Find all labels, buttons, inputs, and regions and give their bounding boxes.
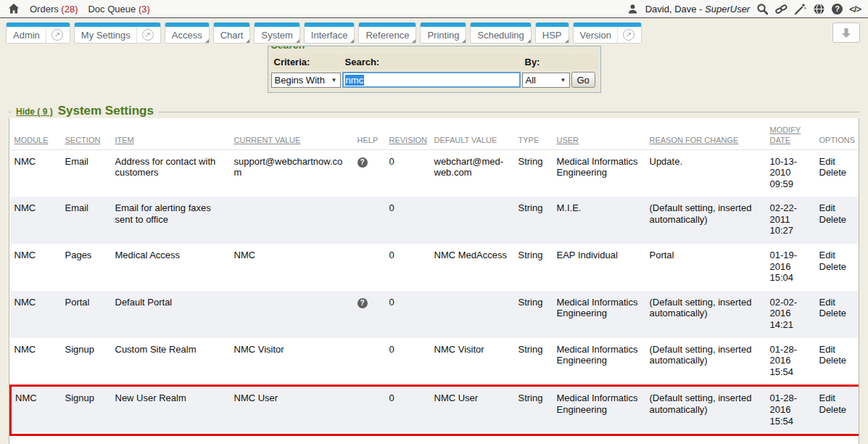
dropdown-corner-icon [462, 39, 466, 43]
link-icon[interactable] [775, 3, 788, 15]
table-row: NMC Email Address for contact with custo… [11, 149, 860, 197]
page-title: System Settings [58, 104, 154, 118]
col-default-value: DEFAULT VALUE [431, 118, 515, 149]
table-header-row: MODULE SECTION ITEM CURRENT VALUE HELP R… [11, 118, 860, 149]
launch-icon[interactable]: ↗ [623, 29, 635, 41]
help-icon[interactable]: ? [357, 157, 368, 168]
col-type: TYPE [515, 118, 553, 149]
launch-icon[interactable]: ↗ [51, 29, 63, 41]
delete-link[interactable]: Delete [819, 404, 853, 416]
delete-link[interactable]: Delete [819, 261, 854, 273]
tab-hsp[interactable]: HSP [535, 22, 569, 44]
nav-orders[interactable]: Orders (28) [30, 4, 78, 15]
user-icon [627, 3, 639, 15]
launch-icon[interactable]: ↗ [142, 29, 154, 41]
delete-link[interactable]: Delete [819, 214, 854, 226]
dropdown-corner-icon [296, 39, 299, 43]
col-current-value[interactable]: CURRENT VALUE [231, 118, 354, 149]
by-label: By: [522, 54, 570, 69]
orders-count: (28) [61, 4, 78, 15]
col-modify-date[interactable]: MODIFY DATE [766, 118, 816, 149]
edit-link[interactable]: Edit [819, 344, 854, 355]
col-reason[interactable]: REASON FOR CHANGE [646, 118, 766, 149]
home-icon[interactable] [7, 3, 20, 15]
down-arrow-icon [841, 28, 851, 38]
code-icon[interactable]: </> [849, 4, 861, 15]
col-help: HELP [354, 118, 386, 149]
col-module[interactable]: MODULE [11, 118, 62, 149]
col-options: OPTIONS [816, 118, 860, 149]
table-row: NMC User Security Force Security Role 0 … [11, 435, 860, 444]
dropdown-corner-icon [565, 39, 569, 43]
edit-link[interactable]: Edit [819, 250, 854, 261]
doc-queue-count: (3) [139, 4, 150, 15]
topbar: Orders (28) Doc Queue (3) David, Dave - … [0, 0, 868, 18]
col-item[interactable]: ITEM [112, 118, 231, 149]
go-spacer [571, 54, 598, 69]
settings-table-container: MODULE SECTION ITEM CURRENT VALUE HELP R… [9, 118, 859, 444]
table-row: NMC Pages Medical Access NMC 0 NMC MedAc… [11, 244, 860, 291]
table-row: NMC Signup Custom Site Realm NMC Visitor… [11, 338, 860, 386]
tab-access[interactable]: Access [165, 22, 210, 44]
edit-link[interactable]: Edit [819, 156, 854, 168]
collapse-tabs-button[interactable] [832, 22, 860, 43]
dropdown-corner-icon [246, 39, 249, 43]
criteria-label: Criteria: [271, 54, 341, 69]
search-panel: Search Criteria: Search: By: Begins With… [268, 46, 601, 93]
by-select[interactable]: All ▼ [522, 73, 570, 88]
dropdown-corner-icon [350, 39, 354, 43]
settings-table: MODULE SECTION ITEM CURRENT VALUE HELP R… [9, 118, 859, 444]
delete-link[interactable]: Delete [819, 355, 854, 366]
tabbar: Admin ↗ My Settings ↗ Access Chart Syste… [0, 18, 868, 46]
edit-link[interactable]: Edit [819, 202, 854, 214]
col-user[interactable]: USER [553, 118, 646, 149]
topbar-right: David, Dave - SuperUser ? </> [627, 3, 861, 15]
tab-system[interactable]: System [254, 22, 299, 44]
chevron-down-icon: ▼ [561, 77, 569, 83]
user-menu[interactable]: David, Dave - SuperUser [645, 4, 751, 15]
tab-admin[interactable]: Admin ↗ [6, 22, 70, 44]
tab-printing[interactable]: Printing [420, 22, 466, 44]
system-settings-section: Hide ( 9 ) System Settings MODULE SECTIO… [9, 104, 859, 444]
table-row: NMC Email Email for alerting faxes sent … [11, 197, 860, 244]
dropdown-corner-icon [205, 39, 209, 43]
tab-version[interactable]: Version ↗ [573, 22, 642, 44]
search-input-value: nmc [345, 75, 365, 86]
col-section[interactable]: SECTION [62, 118, 112, 149]
nav-doc-queue[interactable]: Doc Queue (3) [88, 4, 149, 15]
tab-my-settings[interactable]: My Settings ↗ [74, 22, 161, 44]
criteria-select[interactable]: Begins With ▼ [271, 73, 341, 88]
tab-chart[interactable]: Chart [213, 22, 251, 44]
search-input[interactable]: nmc [342, 72, 521, 88]
table-row-highlighted: NMC Signup New User Realm NMC User 0 NMC… [11, 386, 860, 435]
help-icon[interactable]: ? [357, 298, 368, 308]
edit-link[interactable]: Edit [819, 297, 854, 308]
search-icon[interactable] [756, 3, 769, 15]
go-button[interactable]: Go [571, 72, 595, 88]
tab-interface[interactable]: Interface [304, 22, 355, 44]
hide-link[interactable]: Hide ( 9 ) [16, 107, 53, 118]
delete-link[interactable]: Delete [819, 167, 854, 178]
search-panel-legend: Search [271, 46, 598, 53]
chevron-down-icon: ▼ [331, 77, 340, 83]
col-revision[interactable]: REVISION [386, 118, 431, 149]
table-row: NMC Portal Default Portal ? 0 String Med… [11, 291, 860, 338]
tab-reference[interactable]: Reference [358, 22, 416, 44]
user-role: SuperUser [705, 4, 750, 15]
dropdown-corner-icon [527, 39, 531, 43]
help-icon[interactable]: ? [832, 4, 843, 15]
edit-link[interactable]: Edit [819, 392, 853, 404]
wand-icon[interactable] [794, 3, 806, 15]
dropdown-corner-icon [412, 39, 416, 43]
globe-icon[interactable] [813, 3, 825, 15]
tab-scheduling[interactable]: Scheduling [470, 22, 531, 44]
delete-link[interactable]: Delete [819, 308, 854, 319]
search-label: Search: [342, 54, 521, 69]
